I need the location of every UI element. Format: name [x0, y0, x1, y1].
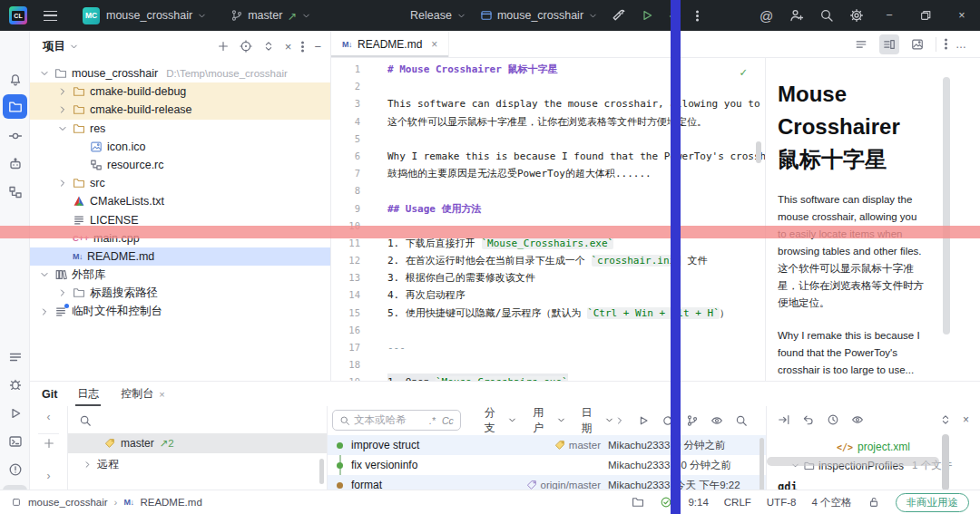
- run-config-selector[interactable]: mouse_crosshair: [480, 9, 598, 22]
- jump-to-source-icon[interactable]: [778, 413, 790, 426]
- close-tab-icon[interactable]: ×: [431, 38, 437, 51]
- refresh-icon[interactable]: [662, 414, 674, 427]
- breadcrumb-project[interactable]: mouse_crosshair: [28, 497, 108, 508]
- commit-tool-icon[interactable]: [3, 123, 27, 148]
- restore-button[interactable]: [907, 0, 944, 31]
- tree-item-res[interactable]: res: [30, 120, 330, 138]
- commit-list-scrollbar-thumb[interactable]: [760, 438, 764, 492]
- structure-tool-icon[interactable]: [3, 179, 27, 204]
- add-icon[interactable]: [217, 40, 230, 53]
- filter-user[interactable]: 用户: [533, 405, 565, 436]
- preview-diff-eye-icon[interactable]: [851, 413, 864, 426]
- chevron-collapsed-icon[interactable]: [57, 104, 68, 115]
- history-clock-icon[interactable]: [827, 413, 839, 426]
- branch-selector[interactable]: master ↗: [230, 9, 311, 23]
- new-branch-icon[interactable]: [30, 437, 67, 450]
- details-hscrollbar-thumb[interactable]: [767, 457, 939, 466]
- more-tabs-icon[interactable]: …: [956, 38, 967, 51]
- run-tool-icon[interactable]: [3, 401, 27, 425]
- match-case-toggle[interactable]: Cc: [442, 415, 454, 426]
- encoding-selector[interactable]: UTF-8: [767, 497, 797, 508]
- details-vscrollbar-thumb[interactable]: [942, 434, 949, 490]
- chevron-down-icon[interactable]: [69, 42, 79, 52]
- tab-readme[interactable]: M↓ README.md ×: [331, 31, 449, 57]
- license-badge[interactable]: 非商业用途: [896, 493, 970, 512]
- indent-selector[interactable]: 4 个空格: [811, 496, 851, 509]
- collapse-all-icon[interactable]: ×: [285, 40, 292, 53]
- line-ending-selector[interactable]: CRLF: [724, 497, 751, 508]
- unlock-icon[interactable]: [867, 496, 880, 509]
- expand-collapse-icon[interactable]: [939, 413, 952, 426]
- tree-item-cmake-build-debug[interactable]: cmake-build-debug: [30, 82, 330, 101]
- close-pane-icon[interactable]: ×: [963, 413, 969, 426]
- preview-only-view-icon[interactable]: [907, 34, 927, 54]
- chevron-expanded-icon[interactable]: [57, 123, 68, 134]
- settings-gear-icon[interactable]: [841, 0, 871, 31]
- tab-git-console[interactable]: 控制台×: [119, 382, 166, 406]
- locate-file-icon[interactable]: [240, 40, 252, 53]
- commit-row[interactable]: fix versioninfo Mikachu2333 30 分钟之前: [328, 455, 766, 475]
- filter-branch[interactable]: 分支: [485, 405, 517, 436]
- search-everywhere-icon[interactable]: [811, 0, 841, 31]
- minimize-button[interactable]: −: [871, 0, 907, 31]
- inspections-check-icon[interactable]: ✓: [740, 65, 747, 79]
- close-button[interactable]: ×: [944, 0, 980, 31]
- problems-tool-icon[interactable]: [3, 457, 27, 481]
- ai-assistant-icon[interactable]: @: [751, 0, 781, 31]
- tree-item-scratches[interactable]: 临时文件和控制台: [30, 302, 330, 320]
- tree-item-readme[interactable]: M↓ README.md: [30, 247, 330, 266]
- collapse-left-icon[interactable]: ‹: [30, 406, 67, 428]
- editor-options-icon[interactable]: [945, 43, 947, 45]
- tree-item-main-cpp[interactable]: C++ main.cpp: [30, 229, 330, 247]
- tree-item-icon-ico[interactable]: icon.ico: [30, 138, 330, 156]
- regex-toggle[interactable]: .*: [429, 415, 436, 426]
- tree-item-project-root[interactable]: mouse_crosshair D:\Temp\mouse_crosshair: [30, 64, 330, 82]
- project-tool-icon[interactable]: [3, 94, 27, 119]
- editor-scrollbar-thumb[interactable]: [756, 141, 761, 163]
- run-play-icon[interactable]: [640, 8, 654, 23]
- expand-all-icon[interactable]: [262, 40, 275, 53]
- build-hammer-icon[interactable]: [612, 8, 626, 23]
- notifications-bell-icon[interactable]: [3, 67, 27, 92]
- chevron-collapsed-icon[interactable]: [57, 86, 68, 97]
- branch-search[interactable]: [68, 411, 327, 431]
- zoom-search-icon[interactable]: [735, 414, 748, 427]
- tab-git-log[interactable]: 日志: [75, 382, 101, 406]
- clion-logo[interactable]: CL: [9, 6, 27, 24]
- close-tab-icon[interactable]: ×: [159, 389, 164, 400]
- expand-right-icon[interactable]: ›: [30, 470, 67, 482]
- caret-position[interactable]: 9:14: [688, 497, 708, 508]
- main-menu-icon[interactable]: [44, 11, 57, 21]
- hide-panel-icon[interactable]: −: [314, 40, 321, 53]
- debug-tool-icon[interactable]: [3, 372, 27, 396]
- split-view-icon[interactable]: [879, 34, 899, 54]
- todo-tool-icon[interactable]: [3, 344, 27, 369]
- tree-item-cmakelists[interactable]: CMakeLists.txt: [30, 192, 330, 210]
- build-type-selector[interactable]: Release: [410, 9, 466, 22]
- branch-group-remote[interactable]: 远程: [68, 455, 327, 473]
- chevron-collapsed-icon[interactable]: [39, 306, 50, 317]
- chevron-collapsed-icon[interactable]: [57, 178, 68, 189]
- branches-scrollbar-thumb[interactable]: [319, 459, 324, 484]
- tree-item-license[interactable]: LICENSE: [30, 211, 330, 229]
- tree-item-header-search-paths[interactable]: 标题搜索路径: [30, 284, 330, 302]
- editor-pane[interactable]: 1# Mouse Crosshairer 鼠标十字星 2 3This softw…: [331, 58, 765, 381]
- pull-requests-icon[interactable]: [3, 151, 27, 176]
- code-with-me-icon[interactable]: [781, 0, 811, 31]
- commit-search-field[interactable]: 文本或哈希 .* Cc: [332, 410, 461, 431]
- chevron-collapsed-icon[interactable]: [57, 287, 68, 298]
- tree-item-cmake-build-release[interactable]: cmake-build-release: [30, 101, 330, 119]
- tree-item-resource-rc[interactable]: resource.rc: [30, 156, 330, 174]
- terminal-tool-icon[interactable]: [3, 429, 27, 453]
- branch-row-master[interactable]: master ↗2: [68, 433, 327, 453]
- project-status-folder-icon[interactable]: [632, 496, 644, 509]
- preview-scrollbar-thumb[interactable]: [943, 77, 950, 335]
- tree-item-src[interactable]: src: [30, 174, 330, 192]
- rollback-icon[interactable]: [802, 413, 815, 426]
- go-to-hash-icon[interactable]: [637, 414, 650, 427]
- filter-date[interactable]: 日期: [582, 405, 614, 436]
- editor-only-view-icon[interactable]: [851, 34, 871, 54]
- commit-row[interactable]: improve struct master Mikachu2333 9 分钟之前: [328, 435, 766, 455]
- chevron-expanded-icon[interactable]: [39, 269, 50, 280]
- tree-item-external-libraries[interactable]: 外部库: [30, 266, 330, 284]
